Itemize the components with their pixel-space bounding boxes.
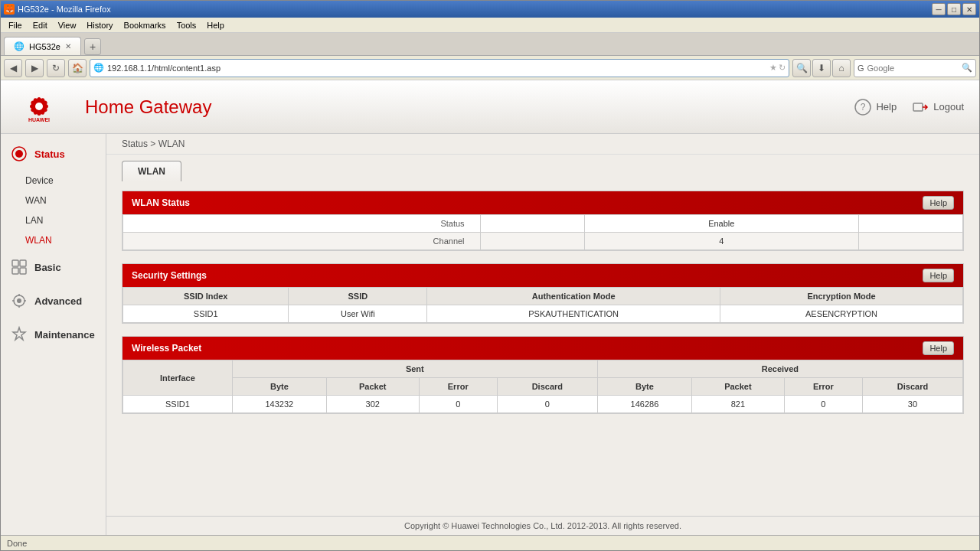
advanced-label: Advanced bbox=[34, 295, 82, 307]
table-row: SSID1 143232 302 0 0 146286 821 0 30 bbox=[123, 396, 963, 413]
table-header-row: SSID Index SSID Authentication Mode Encr… bbox=[123, 288, 963, 305]
forward-button[interactable]: ▶ bbox=[25, 59, 44, 77]
sidebar-item-wan[interactable]: WAN bbox=[16, 191, 106, 210]
col-ssid: SSID bbox=[289, 288, 427, 305]
status-label-cell: Status bbox=[123, 215, 481, 233]
menu-file[interactable]: File bbox=[4, 19, 27, 31]
breadcrumb: Status > WLAN bbox=[106, 134, 979, 155]
svg-rect-13 bbox=[12, 260, 18, 266]
security-table: SSID Index SSID Authentication Mode Encr… bbox=[122, 287, 963, 323]
reload-button[interactable]: ↻ bbox=[47, 59, 65, 77]
lan-label: LAN bbox=[25, 215, 43, 226]
help-label: Help bbox=[876, 101, 897, 112]
browser-tab[interactable]: 🌐 HG532e ✕ bbox=[4, 37, 81, 55]
wireless-packet-help-button[interactable]: Help bbox=[923, 341, 954, 355]
ssid-index-cell: SSID1 bbox=[123, 305, 289, 323]
search-bar-container: G 🔍 bbox=[854, 59, 976, 77]
page-header: HUAWEI Home Gateway ? Help bbox=[1, 80, 979, 134]
sent-discard-cell: 0 bbox=[497, 396, 597, 413]
col-sent: Sent bbox=[232, 360, 597, 378]
browser-window: 🦊 HG532e - Mozilla Firefox ─ □ ✕ File Ed… bbox=[0, 0, 980, 551]
download-button[interactable]: ⬇ bbox=[812, 59, 831, 77]
logout-header-button[interactable]: Logout bbox=[912, 99, 964, 116]
table-row: Channel 4 bbox=[123, 233, 963, 250]
svg-rect-14 bbox=[20, 260, 26, 266]
maintenance-icon bbox=[10, 325, 28, 344]
col-recv-packet: Packet bbox=[692, 378, 785, 396]
recv-error-cell: 0 bbox=[784, 396, 862, 413]
svg-text:HUAWEI: HUAWEI bbox=[28, 117, 50, 122]
help-header-button[interactable]: ? Help bbox=[854, 99, 897, 116]
col-sent-byte: Byte bbox=[232, 378, 326, 396]
wlan-status-section: WLAN Status Help Status Enable bbox=[122, 191, 964, 251]
wlan-status-title: WLAN Status bbox=[132, 197, 190, 208]
col-enc-mode: Encryption Mode bbox=[720, 288, 962, 305]
menu-view[interactable]: View bbox=[54, 19, 81, 31]
sidebar-item-device[interactable]: Device bbox=[16, 171, 106, 191]
status-text: Done bbox=[7, 539, 27, 548]
wireless-packet-table: Interface Sent Received Byte Packet Erro… bbox=[122, 360, 963, 413]
basic-icon bbox=[10, 258, 28, 276]
wlan-status-help-button[interactable]: Help bbox=[923, 196, 954, 210]
sidebar-item-wlan[interactable]: WLAN bbox=[16, 230, 106, 250]
col-ssid-index: SSID Index bbox=[123, 288, 289, 305]
address-bar-container: 🌐 ★ ↻ bbox=[90, 59, 789, 77]
logout-icon bbox=[912, 99, 929, 116]
channel-label-cell: Channel bbox=[123, 233, 481, 250]
search-button[interactable]: 🔍 bbox=[792, 59, 811, 77]
table-row: SSID1 User Wifi PSKAUTHENTICATION AESENC… bbox=[123, 305, 963, 323]
breadcrumb-text: Status > WLAN bbox=[122, 139, 185, 149]
channel-value-main: 4 bbox=[584, 233, 858, 250]
menu-help[interactable]: Help bbox=[202, 19, 229, 31]
homepage-button[interactable]: ⌂ bbox=[832, 59, 851, 77]
wireless-packet-header: Wireless Packet Help bbox=[122, 337, 963, 360]
wlan-label: WLAN bbox=[25, 235, 52, 246]
maximize-button[interactable]: □ bbox=[947, 3, 961, 15]
address-input[interactable] bbox=[107, 64, 766, 73]
security-header: Security Settings Help bbox=[122, 264, 963, 287]
tab-close-button[interactable]: ✕ bbox=[65, 42, 71, 51]
sidebar-item-advanced[interactable]: Advanced bbox=[1, 284, 106, 318]
auth-mode-cell: PSKAUTHENTICATION bbox=[427, 305, 720, 323]
table-header-row-2: Byte Packet Error Discard Byte Packet Er… bbox=[123, 378, 963, 396]
recv-packet-cell: 821 bbox=[692, 396, 785, 413]
sidebar-item-status[interactable]: Status bbox=[1, 137, 106, 171]
recv-byte-cell: 146286 bbox=[597, 396, 691, 413]
search-input[interactable] bbox=[867, 64, 962, 73]
window-title: HG532e - Mozilla Firefox bbox=[18, 5, 111, 14]
security-title: Security Settings bbox=[132, 270, 207, 281]
status-icon bbox=[10, 145, 28, 163]
new-tab-button[interactable]: + bbox=[84, 38, 101, 55]
channel-value-cell bbox=[480, 233, 584, 250]
sidebar-item-lan[interactable]: LAN bbox=[16, 210, 106, 230]
back-button[interactable]: ◀ bbox=[4, 59, 22, 77]
maintenance-label: Maintenance bbox=[34, 329, 95, 341]
search-submit-icon[interactable]: 🔍 bbox=[962, 63, 972, 73]
menu-tools[interactable]: Tools bbox=[172, 19, 201, 31]
sidebar-item-maintenance[interactable]: Maintenance bbox=[1, 318, 106, 351]
tab-favicon: 🌐 bbox=[14, 41, 24, 51]
huawei-logo: HUAWEI bbox=[16, 90, 62, 124]
svg-point-12 bbox=[15, 150, 23, 158]
section-content: WLAN Status Help Status Enable bbox=[106, 181, 979, 516]
tab-wlan[interactable]: WLAN bbox=[122, 161, 181, 181]
page-title: Home Gateway bbox=[85, 96, 211, 118]
tab-bar: 🌐 HG532e ✕ + bbox=[1, 33, 979, 56]
enc-mode-cell: AESENCRYPTION bbox=[720, 305, 962, 323]
menu-bookmarks[interactable]: Bookmarks bbox=[119, 19, 171, 31]
right-nav-buttons: 🔍 ⬇ ⌂ bbox=[792, 59, 851, 77]
status-empty-cell bbox=[858, 215, 962, 233]
close-button[interactable]: ✕ bbox=[962, 3, 976, 15]
sidebar-item-basic[interactable]: Basic bbox=[1, 250, 106, 284]
status-value-cell bbox=[480, 215, 584, 233]
menu-history[interactable]: History bbox=[82, 19, 117, 31]
sent-packet-cell: 302 bbox=[326, 396, 419, 413]
menu-bar: File Edit View History Bookmarks Tools H… bbox=[1, 18, 979, 33]
minimize-button[interactable]: ─ bbox=[932, 3, 946, 15]
security-help-button[interactable]: Help bbox=[923, 269, 954, 282]
wan-label: WAN bbox=[25, 195, 47, 206]
menu-edit[interactable]: Edit bbox=[28, 19, 52, 31]
col-recv-byte: Byte bbox=[597, 378, 691, 396]
home-button[interactable]: 🏠 bbox=[68, 59, 87, 77]
col-recv-discard: Discard bbox=[862, 378, 962, 396]
